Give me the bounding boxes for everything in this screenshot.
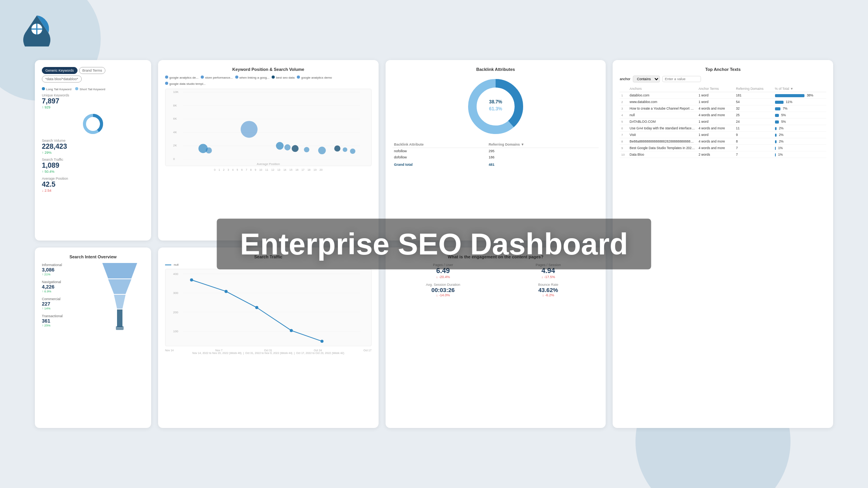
svg-point-47 (290, 329, 293, 332)
svg-point-19 (284, 144, 291, 151)
scatter-x-ticks: 0 1 2 3 4 5 6 7 8 9 10 11 12 13 14 15 16… (165, 168, 372, 171)
short-tail-dot (75, 87, 78, 90)
dashboard-grid: Generic Keywords Brand Terms *data bloo/… (35, 60, 833, 428)
svg-point-46 (255, 306, 258, 309)
backlink-donut-container: 38.7% 61.3% (393, 76, 599, 137)
anchor-row: 3 How to create a Youtube Channel Report… (620, 105, 826, 112)
scatter-chart: 10K 8K 6K 4K 2K 0 Averag (165, 89, 372, 166)
avg-position-change: ↓ 2.54 (42, 189, 144, 192)
anchor-col-domains: Referring Domains (734, 86, 773, 92)
anchor-title: Top Anchor Texts (620, 67, 826, 72)
traffic-chart: 400 300 200 100 (165, 269, 372, 346)
intent-transactional: Transactional 361 ↑ 25% (42, 314, 91, 327)
funnel-chart (100, 263, 139, 333)
svg-text:61.3%: 61.3% (489, 106, 502, 112)
intent-navigational: Navigational 4,226 ↑ 6.9% (42, 280, 91, 293)
svg-text:8K: 8K (173, 104, 177, 107)
svg-point-21 (304, 147, 309, 152)
anchor-panel: Top Anchor Texts anchor Contains Anchors… (613, 60, 833, 428)
backlink-panel: Backlink Attributes 38.7% 61.3% Backlink… (386, 60, 606, 241)
unique-keywords-value: 7,897 (42, 97, 144, 105)
intent-metrics: Informational 3,086 ↑ 21% Navigational 4… (42, 263, 91, 333)
svg-marker-31 (102, 263, 137, 278)
eng-pages-user: Pages / User 6.49 ↓ -20.4% (393, 263, 494, 279)
tab-databloo[interactable]: *data bloo/*databloo* (42, 76, 82, 82)
svg-marker-32 (108, 279, 131, 294)
svg-text:Average Position: Average Position (257, 162, 280, 166)
anchor-row: 4 null 4 words and more 25 5% (620, 112, 826, 119)
avg-position-value: 42.5 (42, 180, 144, 189)
svg-marker-33 (114, 295, 126, 309)
legend-item-1: google analytics de... (165, 76, 198, 79)
svg-point-44 (190, 278, 193, 282)
long-tail-dot (42, 87, 45, 90)
svg-rect-34 (117, 309, 122, 327)
anchor-filter-input[interactable] (662, 76, 701, 82)
svg-text:38.7%: 38.7% (489, 99, 502, 105)
legend-item-2: store performance... (201, 76, 233, 79)
svg-point-48 (320, 340, 324, 343)
svg-rect-35 (116, 326, 124, 330)
search-volume-metric: Search Volume 228,423 ↑ 29% (42, 139, 144, 155)
long-tail-label: Long Tail Keyword (46, 88, 71, 91)
backlink-row-total: Grand total 481 (393, 160, 599, 168)
svg-point-25 (350, 148, 355, 154)
tab-brand-terms[interactable]: Brand Terms (79, 67, 106, 74)
unique-keywords-metric: Unique Keywords 7,897 ↑ 929 (42, 93, 144, 109)
svg-text:2K: 2K (173, 144, 177, 148)
anchor-filter-label: anchor (620, 77, 630, 81)
svg-point-18 (276, 142, 284, 150)
intent-commercial: Commercial 227 ↑ 14% (42, 297, 91, 310)
search-volume-value: 228,423 (42, 143, 144, 151)
backlink-col-attribute: Backlink Attribute (393, 141, 487, 148)
legend-item-6: google data studio templ... (165, 82, 206, 86)
intent-panel: Search Intent Overview Informational 3,0… (35, 247, 151, 428)
keywords-donut (42, 112, 144, 136)
search-traffic-value: 1,089 (42, 162, 144, 170)
backlink-row-nofollow: nofollow 295 (393, 148, 599, 155)
short-tail-label: Short Tail Keyword (79, 88, 105, 91)
tab-generic-keywords[interactable]: Generic Keywords (42, 67, 78, 74)
engagement-grid: Pages / User 6.49 ↓ -20.4% Pages / Sessi… (393, 263, 599, 297)
traffic-title: Search Traffic (165, 254, 372, 259)
avg-position-block: Average Position 42.5 ↓ 2.54 (42, 177, 144, 192)
anchor-filter: anchor Contains (620, 76, 826, 82)
scatter-legend: google analytics de... store performance… (165, 76, 372, 86)
traffic-legend: null (165, 263, 372, 266)
svg-text:6K: 6K (173, 117, 177, 120)
intent-title: Search Intent Overview (42, 254, 144, 259)
kw-legend: Long Tail Keyword Short Tail Keyword (42, 87, 144, 91)
svg-text:300: 300 (173, 291, 179, 295)
avg-position-label: Average Position (42, 177, 144, 180)
unique-keywords-label: Unique Keywords (42, 93, 144, 97)
anchor-col-pct: % of Total ▼ (773, 86, 826, 92)
search-traffic-label: Search Traffic (42, 158, 144, 162)
svg-text:0: 0 (173, 157, 175, 161)
legend-item-4: best seo data (272, 76, 294, 79)
anchor-row: 6 Use GA4 today with the standard interf… (620, 125, 826, 132)
traffic-panel: Search Traffic null 400 300 200 100 (158, 247, 379, 428)
svg-point-24 (343, 147, 347, 152)
anchor-row: 9 Best Google Data Studio Templates in 2… (620, 145, 826, 151)
svg-point-16 (206, 147, 212, 153)
backlink-donut: 38.7% 61.3% (465, 76, 527, 137)
anchor-col-terms: Anchor Terms (697, 86, 735, 92)
anchor-row: 8 Be88a888888888888882828888888888888288… (620, 138, 826, 145)
logo (19, 12, 54, 46)
intent-informational: Informational 3,086 ↑ 21% (42, 263, 91, 276)
anchor-row: 5 DATABLOO.COM 1 word 24 5% (620, 119, 826, 125)
svg-text:10K: 10K (173, 90, 179, 94)
engagement-title: What is the engagement on the content pa… (393, 254, 599, 259)
search-traffic-metric: Search Traffic 1,089 ↑ 50.4% (42, 158, 144, 174)
svg-point-45 (224, 290, 227, 293)
engagement-panel: What is the engagement on the content pa… (386, 247, 606, 428)
anchor-col-anchors: Anchors (628, 86, 697, 92)
anchor-row: 10 Data Bloo 2 words 7 1% (620, 151, 826, 158)
eng-pages-session: Pages / Session 4.94 ↓ -17.5% (498, 263, 599, 279)
svg-text:4K: 4K (173, 131, 177, 134)
traffic-x-labels: Nov 14 Nov 7 Oct 31 Oct 24 Oct 17 (165, 349, 372, 352)
legend-item-3: when linking a goog... (235, 76, 269, 79)
anchor-filter-condition[interactable]: Contains (633, 76, 660, 82)
scatter-panel: Keyword Position & Search Volume google … (158, 60, 379, 241)
traffic-x-subtitle: Nov 14, 2022 to Nov 20, 2022 (Week 46) |… (165, 352, 372, 354)
